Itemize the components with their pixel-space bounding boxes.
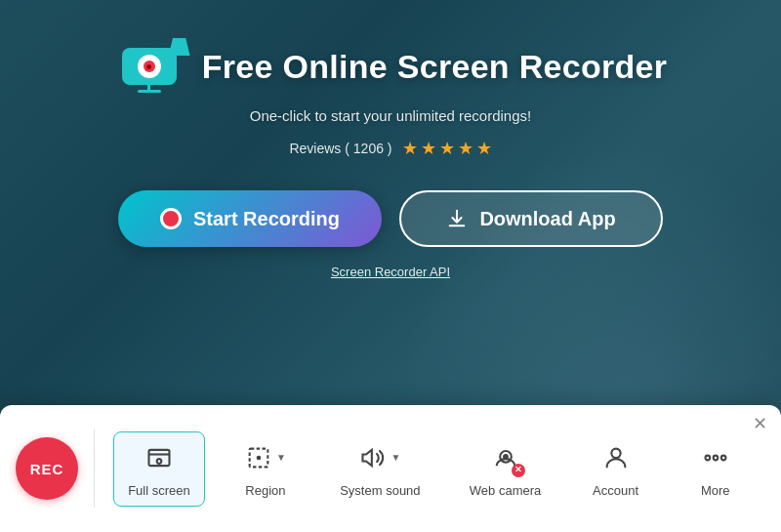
system-sound-icon: ▼: [362, 440, 397, 475]
rec-button[interactable]: REC: [16, 437, 78, 500]
camera-viewfinder-icon: [169, 38, 190, 56]
star-2: ★: [421, 138, 436, 159]
toolbar-item-system-sound[interactable]: ▼ System sound: [326, 432, 433, 506]
account-icon: [598, 440, 634, 475]
download-app-button[interactable]: Download App: [399, 190, 663, 247]
svg-point-7: [611, 448, 620, 457]
camera-lens-inner-icon: [144, 61, 155, 72]
reviews-row: Reviews ( 1206 ) ★ ★ ★ ★ ★: [289, 138, 491, 159]
system-sound-arrow-icon: ▼: [390, 452, 400, 463]
buttons-row: Start Recording Download App: [118, 190, 663, 247]
toolbar-item-fullscreen[interactable]: Full screen: [113, 431, 205, 507]
star-4: ★: [458, 138, 473, 159]
toolbar-items: Full screen ▼ Region: [103, 431, 765, 507]
app-subtitle: One-click to start your unlimited record…: [250, 107, 531, 124]
webcam-icon: ✕: [488, 440, 523, 475]
camera-body-icon: [122, 48, 177, 85]
app-title: Free Online Screen Recorder: [202, 48, 668, 86]
star-rating: ★ ★ ★ ★ ★: [402, 138, 492, 159]
webcam-disabled-badge: ✕: [512, 464, 525, 477]
start-recording-label: Start Recording: [193, 208, 340, 230]
webcam-label: Web camera: [470, 483, 541, 498]
toolbar-divider: [94, 430, 95, 508]
api-link[interactable]: Screen Recorder API: [331, 265, 450, 279]
toolbar-item-account[interactable]: Account: [577, 432, 655, 506]
account-label: Account: [593, 483, 638, 498]
recording-toolbar: ✕ REC Full screen: [0, 405, 781, 532]
fullscreen-label: Full screen: [128, 483, 190, 498]
fullscreen-icon: [142, 440, 177, 475]
svg-point-8: [705, 455, 710, 460]
svg-point-10: [721, 455, 726, 460]
star-5: ★: [476, 138, 492, 159]
app-icon: [114, 39, 185, 94]
start-recording-button[interactable]: Start Recording: [118, 190, 382, 247]
svg-point-9: [713, 455, 718, 460]
region-arrow-icon: ▼: [276, 452, 286, 463]
download-app-label: Download App: [479, 208, 615, 230]
download-icon: [446, 208, 468, 229]
star-1: ★: [402, 138, 418, 159]
toolbar-item-more[interactable]: More: [677, 432, 755, 506]
svg-point-2: [157, 459, 162, 464]
more-icon: [698, 440, 733, 475]
camera-lens-dot-icon: [146, 64, 151, 69]
reviews-text: Reviews ( 1206 ): [289, 141, 391, 156]
region-icon: ▼: [248, 440, 283, 475]
header-row: Free Online Screen Recorder: [114, 39, 668, 94]
system-sound-label: System sound: [340, 483, 420, 498]
region-label: Region: [245, 483, 285, 498]
close-button[interactable]: ✕: [753, 415, 767, 432]
camera-tripod-icon: [138, 82, 161, 93]
star-3: ★: [439, 138, 455, 159]
toolbar-item-webcam[interactable]: ✕ Web camera: [456, 432, 555, 506]
toolbar-item-region[interactable]: ▼ Region: [226, 432, 305, 506]
svg-point-4: [257, 455, 262, 460]
more-label: More: [701, 483, 730, 498]
rec-label: REC: [30, 461, 64, 477]
camera-lens-icon: [138, 55, 161, 78]
record-icon: [160, 208, 182, 229]
